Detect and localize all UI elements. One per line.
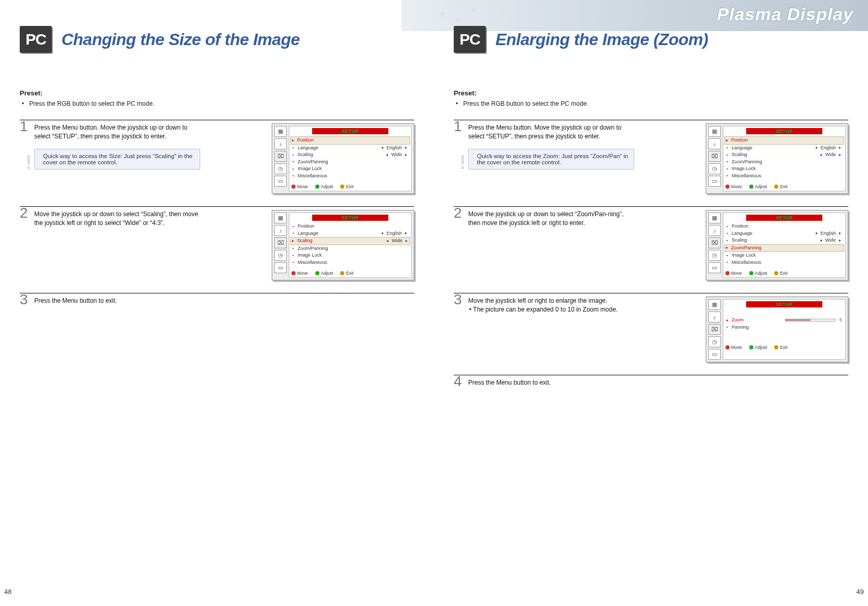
preset-label: Preset:	[454, 89, 848, 97]
zoom-value: 5	[839, 317, 842, 324]
menu-item: Scaling	[297, 237, 383, 245]
menu-item: Zoom/Panning	[731, 245, 843, 252]
title-row: PC Changing the Size of the Image	[20, 26, 414, 53]
step-number: 2	[454, 206, 468, 220]
osd-side-icon: ♪	[708, 138, 721, 149]
osd-side-icon: ◷	[708, 336, 721, 347]
osd-side-icon: ◷	[708, 250, 721, 261]
step-number: 3	[454, 292, 468, 307]
step-text: Press the Menu button to exit.	[468, 378, 634, 387]
osd-side-icon: ⌧	[708, 237, 721, 248]
osd-side-icon: ▭	[274, 262, 287, 273]
osd-side-icon: ▭	[274, 176, 287, 187]
step-text: Move the joystick left or right to enlar…	[468, 297, 634, 305]
menu-item: Image Lock	[298, 165, 408, 173]
exclamation-icon: !	[459, 152, 466, 172]
step-text: Press the Menu button. Move the joystick…	[34, 123, 200, 142]
osd-footer: Move Adjust Exit	[725, 269, 843, 276]
step: 4 Press the Menu button to exit.	[454, 375, 848, 389]
osd-side-icon: ▭	[708, 262, 721, 273]
osd-screenshot: ▦ ♪ ⌧ ◷ ▭ SETUP ▸Position •Language◂Engl…	[706, 123, 848, 194]
preset-text: Press the RGB button to select the PC mo…	[456, 100, 848, 107]
menu-item: Image Lock	[298, 252, 408, 259]
osd-side-icon: ⌧	[274, 237, 287, 248]
osd-screenshot: ▦ ♪ ⌧ ◷ ▭ SETUP •Position •Language◂Engl…	[272, 210, 414, 280]
osd-side-icon: ▭	[708, 349, 721, 360]
step-number: 2	[20, 206, 34, 220]
menu-item: Language	[732, 145, 812, 152]
osd-title: SETUP	[312, 215, 389, 221]
step-text: Press the Menu button to exit.	[34, 297, 200, 305]
menu-item: Zoom/Panning	[298, 159, 408, 166]
osd-side-icon: ◷	[274, 250, 287, 261]
step-bullet: • The picture can be expanded 0 to 10 in…	[469, 305, 701, 314]
osd-side-icon: ♪	[274, 225, 287, 236]
menu-item: Image Lock	[732, 252, 842, 259]
menu-item: Panning	[732, 324, 842, 331]
page-title: Enlarging the Image (Zoom)	[495, 30, 708, 49]
step-text: Move the joystick up or down to select “…	[468, 210, 634, 228]
exclamation-icon: !	[25, 152, 32, 172]
osd-side-icon: ◷	[708, 163, 721, 174]
menu-item: Miscellaneous	[298, 173, 408, 180]
osd-screenshot: ▦ ♪ ⌧ ◷ ▭ SETUP ▸Position •Language◂Engl…	[272, 123, 414, 194]
osd-side-icon: ▦	[708, 126, 721, 137]
step: 1 Press the Menu button. Move the joysti…	[20, 120, 414, 194]
osd-title: SETUP	[746, 301, 823, 307]
step: 3 Move the joystick left or right to enl…	[454, 293, 848, 362]
osd-footer: Move Adjust Exit	[725, 343, 843, 350]
osd-title: SETUP	[746, 215, 823, 221]
step: 2 Move the joystick up or down to select…	[454, 206, 848, 280]
preset-text: Press the RGB button to select the PC mo…	[22, 100, 414, 107]
pc-badge: PC	[454, 26, 486, 53]
menu-item: Position	[731, 137, 843, 144]
page-title: Changing the Size of the Image	[61, 30, 300, 49]
step-text: Move the joystick up or down to select “…	[34, 210, 200, 228]
osd-side-icon: ⌧	[708, 151, 721, 162]
osd-side-icon: ▦	[708, 213, 721, 223]
osd-side-icon: ⌧	[274, 151, 287, 162]
osd-footer: Move Adjust Exit	[725, 182, 843, 189]
tip-box: ! Quick way to access the Zoom: Just pre…	[468, 149, 634, 170]
menu-item: Zoom/Panning	[298, 245, 408, 252]
osd-side-icon: ▭	[708, 176, 721, 187]
menu-item: Language	[298, 145, 378, 152]
menu-item: Zoom/Panning	[732, 159, 842, 166]
menu-item: Miscellaneous	[732, 259, 842, 266]
tip-text: Quick way to access the Size: Just press…	[43, 153, 192, 165]
osd-footer: Move Adjust Exit	[291, 269, 409, 276]
title-row: PC Enlarging the Image (Zoom)	[454, 26, 848, 53]
step: 1 Press the Menu button. Move the joysti…	[454, 120, 848, 194]
tip-box: ! Quick way to access the Size: Just pre…	[34, 149, 200, 170]
osd-side-icon: ▦	[274, 126, 287, 137]
menu-item: Scaling	[732, 151, 817, 159]
osd-side-icon: ◷	[274, 163, 287, 174]
menu-item: Language	[732, 230, 812, 237]
menu-item: Scaling	[732, 237, 817, 244]
step: 3 Press the Menu button to exit.	[20, 293, 414, 307]
menu-item: Language	[298, 230, 378, 237]
osd-title: SETUP	[312, 128, 389, 134]
osd-title: SETUP	[746, 128, 823, 134]
menu-item: Position	[732, 223, 842, 230]
step: 2 Move the joystick up or down to select…	[20, 206, 414, 280]
pc-badge: PC	[20, 26, 52, 53]
osd-footer: Move Adjust Exit	[291, 182, 409, 189]
menu-item: Zoom	[732, 317, 781, 324]
step-text: Press the Menu button. Move the joystick…	[468, 123, 634, 142]
menu-item: Miscellaneous	[732, 173, 842, 180]
step-number: 1	[454, 119, 468, 134]
zoom-slider	[785, 319, 835, 321]
osd-side-icon: ▦	[274, 213, 287, 223]
menu-item: Position	[298, 223, 408, 230]
step-number: 3	[20, 292, 34, 307]
step-number: 1	[20, 119, 34, 134]
page-left: PC Changing the Size of the Image Preset…	[0, 0, 434, 606]
menu-item: Miscellaneous	[298, 259, 408, 266]
menu-item: Position	[297, 137, 409, 144]
osd-side-icon: ♪	[708, 312, 721, 322]
tip-text: Quick way to access the Zoom: Just press…	[477, 153, 628, 165]
page-right: PC Enlarging the Image (Zoom) Preset: Pr…	[434, 0, 868, 606]
osd-side-icon: ♪	[708, 225, 721, 236]
menu-item: Image Lock	[732, 165, 842, 173]
